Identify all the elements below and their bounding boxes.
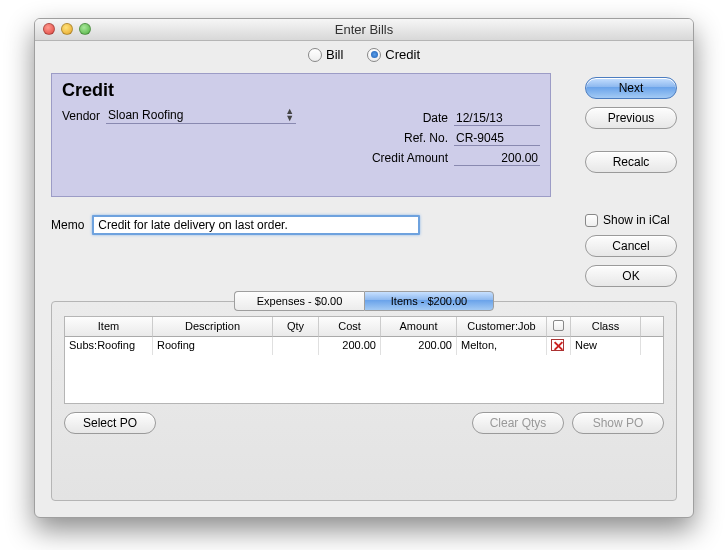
cell-spare bbox=[641, 337, 663, 355]
cell-amount[interactable]: 200.00 bbox=[381, 337, 457, 355]
cell-description[interactable]: Roofing bbox=[153, 337, 273, 355]
updown-arrows-icon: ▲▼ bbox=[285, 108, 294, 122]
th-cost[interactable]: Cost bbox=[319, 317, 381, 337]
refno-field[interactable]: CR-9045 bbox=[454, 131, 540, 146]
bill-radio-label: Bill bbox=[326, 47, 343, 62]
next-button[interactable]: Next bbox=[585, 77, 677, 99]
cell-billable[interactable] bbox=[547, 337, 571, 355]
show-in-ical-checkbox[interactable]: Show in iCal bbox=[585, 213, 677, 227]
tab-expenses[interactable]: Expenses - $0.00 bbox=[234, 291, 364, 311]
clear-qtys-button[interactable]: Clear Qtys bbox=[472, 412, 564, 434]
bill-radio[interactable]: Bill bbox=[308, 47, 343, 62]
th-class[interactable]: Class bbox=[571, 317, 641, 337]
vendor-value: Sloan Roofing bbox=[108, 108, 183, 122]
cell-qty[interactable] bbox=[273, 337, 319, 355]
credit-radio-label: Credit bbox=[385, 47, 420, 62]
show-po-button[interactable]: Show PO bbox=[572, 412, 664, 434]
window-controls bbox=[43, 23, 91, 35]
credit-panel-title: Credit bbox=[62, 80, 540, 101]
table-row[interactable]: Subs:Roofing Roofing 200.00 200.00 Melto… bbox=[65, 337, 663, 355]
table-header: Item Description Qty Cost Amount Custome… bbox=[65, 317, 663, 337]
tab-items[interactable]: Items - $200.00 bbox=[364, 291, 494, 311]
not-billable-icon bbox=[551, 339, 564, 351]
th-billable[interactable] bbox=[547, 317, 571, 337]
vendor-select[interactable]: Sloan Roofing ▲▼ bbox=[106, 107, 296, 124]
titlebar: Enter Bills bbox=[35, 19, 693, 41]
select-po-button[interactable]: Select PO bbox=[64, 412, 156, 434]
credit-panel: Credit Vendor Sloan Roofing ▲▼ Date 12/1… bbox=[51, 73, 551, 197]
items-panel: Item Description Qty Cost Amount Custome… bbox=[51, 301, 677, 501]
show-in-ical-label: Show in iCal bbox=[603, 213, 670, 227]
cell-item[interactable]: Subs:Roofing bbox=[65, 337, 153, 355]
memo-label: Memo bbox=[51, 218, 84, 232]
th-qty[interactable]: Qty bbox=[273, 317, 319, 337]
cell-customer[interactable]: Melton, bbox=[457, 337, 547, 355]
cell-cost[interactable]: 200.00 bbox=[319, 337, 381, 355]
th-spare bbox=[641, 317, 663, 337]
enter-bills-window: Enter Bills Bill Credit Next Previous Re… bbox=[34, 18, 694, 518]
window-title: Enter Bills bbox=[335, 22, 394, 37]
vendor-label: Vendor bbox=[62, 109, 100, 123]
date-field[interactable]: 12/15/13 bbox=[454, 111, 540, 126]
radio-off-icon bbox=[308, 48, 322, 62]
cell-class[interactable]: New bbox=[571, 337, 641, 355]
ok-button[interactable]: OK bbox=[585, 265, 677, 287]
credit-radio[interactable]: Credit bbox=[367, 47, 420, 62]
th-amount[interactable]: Amount bbox=[381, 317, 457, 337]
th-description[interactable]: Description bbox=[153, 317, 273, 337]
items-table: Item Description Qty Cost Amount Custome… bbox=[64, 316, 664, 404]
checkbox-icon bbox=[585, 214, 598, 227]
zoom-icon[interactable] bbox=[79, 23, 91, 35]
checkbox-icon bbox=[553, 320, 564, 331]
previous-button[interactable]: Previous bbox=[585, 107, 677, 129]
tab-bar: Expenses - $0.00 Items - $200.00 bbox=[234, 291, 494, 311]
minimize-icon[interactable] bbox=[61, 23, 73, 35]
memo-input[interactable] bbox=[92, 215, 420, 235]
th-item[interactable]: Item bbox=[65, 317, 153, 337]
radio-on-icon bbox=[367, 48, 381, 62]
date-label: Date bbox=[358, 111, 448, 125]
bill-credit-toggle: Bill Credit bbox=[308, 47, 420, 62]
th-customer[interactable]: Customer:Job bbox=[457, 317, 547, 337]
recalc-button[interactable]: Recalc bbox=[585, 151, 677, 173]
refno-label: Ref. No. bbox=[358, 131, 448, 145]
credit-amount-field[interactable]: 200.00 bbox=[454, 151, 540, 166]
close-icon[interactable] bbox=[43, 23, 55, 35]
credit-amount-label: Credit Amount bbox=[358, 151, 448, 165]
cancel-button[interactable]: Cancel bbox=[585, 235, 677, 257]
